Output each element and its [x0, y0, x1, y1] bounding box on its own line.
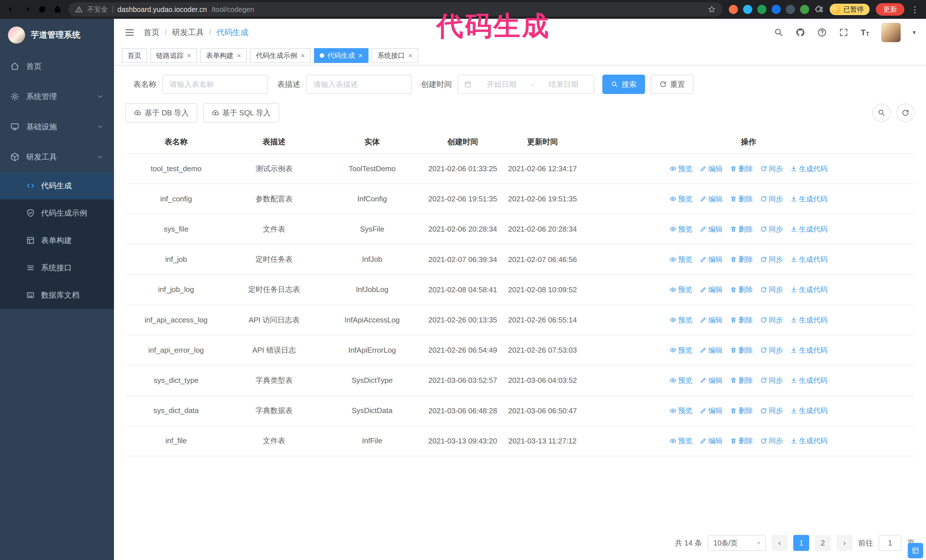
edit-link[interactable]: 编辑: [700, 225, 723, 234]
edit-link[interactable]: 编辑: [700, 315, 723, 325]
sync-link[interactable]: 同步: [760, 376, 783, 385]
sync-link[interactable]: 同步: [760, 164, 783, 174]
sync-link[interactable]: 同步: [760, 436, 783, 445]
tab-codegen[interactable]: 代码生成 ×: [314, 48, 368, 63]
generate-code-link[interactable]: 生成代码: [790, 225, 828, 234]
preview-link[interactable]: 预览: [670, 164, 692, 174]
generate-code-link[interactable]: 生成代码: [790, 376, 828, 385]
preview-link[interactable]: 预览: [670, 406, 692, 415]
preview-link[interactable]: 预览: [670, 225, 692, 234]
fullscreen-icon[interactable]: [839, 28, 849, 37]
preview-link[interactable]: 预览: [670, 255, 692, 264]
search-icon[interactable]: [774, 28, 784, 37]
preview-link[interactable]: 预览: [670, 194, 692, 204]
corner-widget-button[interactable]: [908, 543, 923, 558]
tab-trace[interactable]: 链路追踪 ×: [150, 48, 197, 63]
browser-menu-icon[interactable]: ⋮: [911, 5, 919, 15]
edit-link[interactable]: 编辑: [700, 346, 723, 355]
sync-link[interactable]: 同步: [760, 255, 783, 264]
table-desc-input[interactable]: [306, 75, 412, 94]
close-icon[interactable]: ×: [187, 52, 191, 59]
preview-link[interactable]: 预览: [670, 315, 692, 325]
edit-link[interactable]: 编辑: [700, 285, 723, 294]
next-page-button[interactable]: ›: [837, 535, 852, 551]
extension-icon-6[interactable]: [800, 5, 809, 14]
help-icon[interactable]: [817, 28, 827, 37]
sync-link[interactable]: 同步: [760, 406, 783, 415]
tab-codegen-example[interactable]: 代码生成示例 ×: [250, 48, 310, 63]
generate-code-link[interactable]: 生成代码: [790, 194, 828, 204]
edit-link[interactable]: 编辑: [700, 255, 723, 264]
breadcrumb-home[interactable]: 首页: [144, 27, 160, 38]
browser-reload-icon[interactable]: [38, 5, 47, 14]
app-logo[interactable]: 芋道管理系统: [0, 19, 114, 51]
delete-link[interactable]: 删除: [730, 285, 753, 294]
sync-link[interactable]: 同步: [760, 346, 783, 355]
sidebar-item-code-generation[interactable]: 代码生成: [0, 172, 114, 199]
sidebar-item-system-api[interactable]: 系统接口: [0, 254, 114, 281]
delete-link[interactable]: 删除: [730, 436, 753, 445]
extension-icon-2[interactable]: [743, 5, 752, 14]
sync-link[interactable]: 同步: [760, 194, 783, 204]
tab-home[interactable]: 首页: [122, 48, 147, 63]
sidebar-item-infrastructure[interactable]: 基础设施: [0, 112, 114, 142]
extension-icon-3[interactable]: [757, 5, 766, 14]
sidebar-item-system-management[interactable]: 系统管理: [0, 82, 114, 112]
edit-link[interactable]: 编辑: [700, 194, 723, 204]
font-size-icon[interactable]: TT: [861, 28, 869, 37]
generate-code-link[interactable]: 生成代码: [790, 164, 828, 174]
generate-code-link[interactable]: 生成代码: [790, 406, 828, 415]
delete-link[interactable]: 删除: [730, 255, 753, 264]
address-bar[interactable]: 不安全 dashboard.yudao.iocoder.cn /tool/cod…: [68, 2, 723, 17]
edit-link[interactable]: 编辑: [700, 164, 723, 174]
preview-link[interactable]: 预览: [670, 285, 692, 294]
browser-home-icon[interactable]: [53, 5, 62, 14]
delete-link[interactable]: 删除: [730, 376, 753, 385]
sidebar-item-database-docs[interactable]: 数据库文档: [0, 281, 114, 309]
import-sql-button[interactable]: 基于 SQL 导入: [203, 103, 280, 122]
close-icon[interactable]: ×: [359, 52, 363, 59]
delete-link[interactable]: 删除: [730, 225, 753, 234]
browser-update-button[interactable]: 更新: [876, 3, 904, 16]
delete-link[interactable]: 删除: [730, 315, 753, 325]
extension-icon-5[interactable]: [786, 5, 795, 14]
page-button-2[interactable]: 2: [815, 535, 831, 551]
sidebar-item-dev-tools[interactable]: 研发工具: [0, 142, 114, 172]
delete-link[interactable]: 删除: [730, 194, 753, 204]
bookmark-star-icon[interactable]: [708, 5, 716, 14]
delete-link[interactable]: 删除: [730, 406, 753, 415]
date-range-picker[interactable]: 开始日期 - 结束日期: [458, 75, 595, 94]
generate-code-link[interactable]: 生成代码: [790, 285, 828, 294]
close-icon[interactable]: ×: [300, 52, 304, 59]
extensions-puzzle-icon[interactable]: [814, 5, 823, 14]
generate-code-link[interactable]: 生成代码: [790, 255, 828, 264]
search-button[interactable]: 搜索: [602, 75, 645, 94]
extension-icon-4[interactable]: [772, 5, 781, 14]
edit-link[interactable]: 编辑: [700, 436, 723, 445]
preview-link[interactable]: 预览: [670, 346, 692, 355]
edit-link[interactable]: 编辑: [700, 406, 723, 415]
generate-code-link[interactable]: 生成代码: [790, 346, 828, 355]
preview-link[interactable]: 预览: [670, 436, 692, 445]
page-button-1[interactable]: 1: [793, 535, 809, 551]
sidebar-item-code-generation-example[interactable]: 代码生成示例: [0, 199, 114, 227]
sync-link[interactable]: 同步: [760, 225, 783, 234]
delete-link[interactable]: 删除: [730, 346, 753, 355]
hamburger-icon[interactable]: [124, 27, 135, 38]
github-icon[interactable]: [796, 28, 805, 37]
goto-page-input[interactable]: [879, 535, 902, 551]
breadcrumb-dev-tools[interactable]: 研发工具: [172, 27, 204, 38]
close-icon[interactable]: ×: [408, 52, 413, 59]
prev-page-button[interactable]: ‹: [772, 535, 788, 551]
generate-code-link[interactable]: 生成代码: [790, 315, 828, 325]
close-icon[interactable]: ×: [237, 52, 241, 59]
profile-paused-badge[interactable]: 已暂停: [830, 4, 870, 15]
browser-back-icon[interactable]: [7, 5, 16, 14]
table-name-input[interactable]: [162, 75, 268, 94]
sidebar-item-home[interactable]: 首页: [0, 51, 114, 82]
sync-link[interactable]: 同步: [760, 285, 783, 294]
page-size-select[interactable]: 10条/页 ▾: [708, 535, 766, 551]
refresh-table-button[interactable]: [896, 104, 915, 122]
sidebar-item-form-builder[interactable]: 表单构建: [0, 227, 114, 254]
edit-link[interactable]: 编辑: [700, 376, 723, 385]
